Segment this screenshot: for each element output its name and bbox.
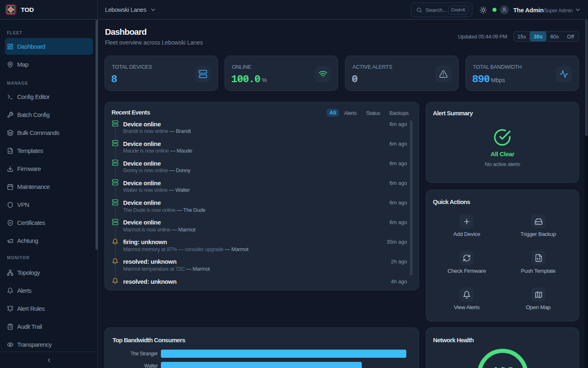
svg-text:100: 100: [492, 365, 514, 368]
